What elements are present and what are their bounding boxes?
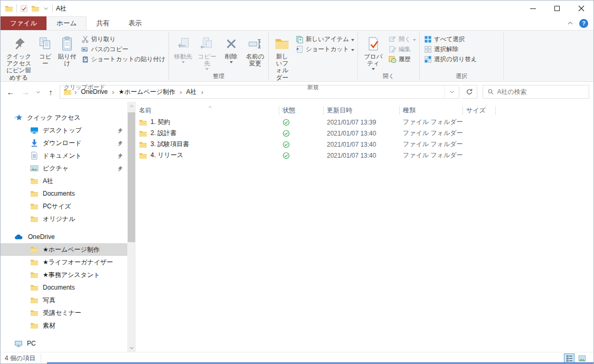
chevron-down-icon bbox=[413, 39, 416, 41]
pin-to-quick-access-button[interactable]: クイック アクセスにピン留めする bbox=[3, 33, 35, 83]
copy-button[interactable]: コピー bbox=[35, 33, 55, 69]
properties-button[interactable]: プロパティ bbox=[360, 33, 386, 72]
close-button[interactable] bbox=[569, 1, 593, 16]
shortcut-label: ショートカット bbox=[306, 45, 349, 53]
new-folder-button[interactable]: 新しいフォルダー bbox=[271, 33, 294, 83]
chevron-right-icon[interactable]: › bbox=[179, 88, 182, 96]
sidebar-section[interactable]: クイック アクセス bbox=[1, 111, 127, 124]
search-input[interactable] bbox=[497, 88, 584, 95]
sidebar-item[interactable]: Documents bbox=[1, 187, 127, 200]
chevron-down-icon bbox=[351, 49, 354, 51]
new-item-button[interactable]: 新しいアイテム bbox=[294, 35, 356, 44]
sidebar-section[interactable]: PC bbox=[1, 337, 127, 350]
scrollbar-thumb[interactable] bbox=[128, 112, 135, 242]
pc-icon bbox=[14, 339, 23, 348]
copy-to-button[interactable]: コピー先 bbox=[195, 33, 220, 72]
address-dropdown-button[interactable] bbox=[444, 85, 459, 98]
rename-button[interactable]: 名前の変更 bbox=[243, 33, 268, 69]
check-sync-icon bbox=[282, 130, 290, 137]
sidebar-section[interactable]: OneDrive bbox=[1, 231, 127, 243]
sidebar-item[interactable]: PCサイズ bbox=[1, 200, 127, 213]
scroll-down-arrow-icon[interactable] bbox=[127, 343, 136, 352]
folder-icon bbox=[30, 245, 39, 254]
sidebar-item[interactable]: ★事務アシスタント bbox=[1, 269, 127, 281]
open-button[interactable]: 開く bbox=[386, 35, 418, 44]
tab-home[interactable]: ホーム bbox=[46, 16, 87, 30]
breadcrumb-item[interactable]: A社 bbox=[184, 88, 200, 97]
tab-share[interactable]: 共有 bbox=[87, 16, 119, 30]
help-button[interactable]: ? bbox=[579, 19, 588, 28]
folder-icon bbox=[30, 296, 39, 304]
cut-label: 切り取り bbox=[91, 35, 116, 43]
table-row[interactable]: 3. 試験項目書2021/01/07 13:40ファイル フォルダー bbox=[136, 139, 593, 150]
file-rows: 1. 契約2021/01/07 13:39ファイル フォルダー2. 設計書202… bbox=[136, 117, 593, 161]
paste-button[interactable]: 貼り付け bbox=[55, 33, 79, 69]
invert-selection-button[interactable]: 選択の切り替え bbox=[422, 55, 479, 64]
collapse-ribbon-chevron-icon[interactable] bbox=[567, 20, 574, 27]
column-header-size[interactable]: サイズ bbox=[463, 106, 496, 115]
column-header-modified[interactable]: 更新日時 bbox=[324, 106, 400, 115]
pinned-pin-icon bbox=[117, 127, 123, 134]
chevron-right-icon[interactable]: › bbox=[201, 88, 204, 96]
select-none-button[interactable]: 選択解除 bbox=[422, 45, 479, 54]
sidebar-item[interactable]: A社 bbox=[1, 175, 127, 187]
sidebar-item-label: ★ホームページ制作 bbox=[43, 245, 100, 254]
maximize-button[interactable] bbox=[545, 1, 569, 16]
copy-label: コピー bbox=[37, 53, 53, 67]
refresh-button[interactable] bbox=[461, 85, 477, 99]
table-row[interactable]: 1. 契約2021/01/07 13:39ファイル フォルダー bbox=[136, 117, 593, 128]
select-all-button[interactable]: すべて選択 bbox=[422, 35, 479, 44]
desktop-icon bbox=[30, 126, 39, 135]
tab-view[interactable]: 表示 bbox=[119, 16, 151, 30]
file-name-cell[interactable]: 2. 設計書 bbox=[136, 129, 279, 138]
window-title: A社 bbox=[56, 4, 67, 13]
modified-date: 2021/01/07 13:39 bbox=[324, 119, 400, 126]
tab-file[interactable]: ファイル bbox=[1, 16, 46, 30]
sidebar-item[interactable]: Documents bbox=[1, 281, 127, 294]
chevron-up-icon bbox=[208, 104, 213, 110]
edit-button[interactable]: 編集 bbox=[386, 45, 418, 54]
qat-new-folder-icon[interactable] bbox=[31, 4, 40, 13]
minimize-button[interactable] bbox=[521, 1, 545, 16]
check-sync-icon bbox=[282, 119, 290, 126]
spacer bbox=[1, 225, 127, 231]
thumbnail-view-icon bbox=[578, 355, 586, 362]
sidebar-item[interactable]: 受講セミナー bbox=[1, 306, 127, 319]
new-shortcut-button[interactable]: ショートカット bbox=[294, 45, 356, 54]
sidebar-item[interactable]: ★ホームページ制作 bbox=[1, 243, 127, 256]
properties-icon bbox=[366, 36, 381, 52]
move-to-button[interactable]: 移動先 bbox=[171, 33, 195, 65]
column-header-name[interactable]: 名前 bbox=[136, 106, 279, 115]
sidebar-item[interactable]: ★ライフオーガナイザー bbox=[1, 256, 127, 269]
table-row[interactable]: 2. 設計書2021/01/07 13:40ファイル フォルダー bbox=[136, 128, 593, 139]
sidebar-item[interactable]: ダウンロード bbox=[1, 137, 127, 149]
sidebar-item[interactable]: ドキュメント bbox=[1, 149, 127, 162]
sidebar-item[interactable]: デスクトップ bbox=[1, 124, 127, 137]
sidebar-scrollbar[interactable] bbox=[127, 102, 136, 352]
table-row[interactable]: 4. リリース2021/01/07 13:40ファイル フォルダー bbox=[136, 150, 593, 161]
modified-date: 2021/01/07 13:40 bbox=[324, 130, 400, 137]
column-header-status[interactable]: 状態 bbox=[279, 106, 324, 115]
delete-button[interactable]: 削除 bbox=[219, 33, 243, 65]
sidebar-item[interactable]: 写真 bbox=[1, 294, 127, 306]
file-name-cell[interactable]: 4. リリース bbox=[136, 151, 279, 160]
sort-ascending-chevron-icon[interactable] bbox=[208, 103, 213, 112]
file-name-cell[interactable]: 1. 契約 bbox=[136, 118, 279, 127]
sidebar-item[interactable]: 素材 bbox=[1, 319, 127, 332]
qat-properties-icon[interactable] bbox=[20, 5, 28, 13]
copy-path-button[interactable]: パスのコピー bbox=[79, 45, 167, 54]
scroll-up-arrow-icon[interactable] bbox=[127, 102, 136, 110]
chevron-down-icon bbox=[205, 68, 209, 70]
sidebar-item[interactable]: ピクチャ bbox=[1, 162, 127, 175]
sidebar-item[interactable]: オリジナル bbox=[1, 213, 127, 225]
close-icon bbox=[578, 5, 584, 12]
pin-icon bbox=[117, 166, 123, 172]
file-name-cell[interactable]: 3. 試験項目書 bbox=[136, 140, 279, 149]
history-button[interactable]: 履歴 bbox=[386, 55, 418, 64]
qat-customize-chevron-icon[interactable] bbox=[43, 5, 49, 12]
column-header-type[interactable]: 種類 bbox=[400, 106, 463, 115]
paste-shortcut-button[interactable]: ショートカットの貼り付け bbox=[79, 55, 167, 64]
cut-button[interactable]: 切り取り bbox=[79, 35, 167, 44]
file-type: ファイル フォルダー bbox=[400, 118, 463, 127]
new-folder-label: 新しいフォルダー bbox=[273, 53, 291, 81]
